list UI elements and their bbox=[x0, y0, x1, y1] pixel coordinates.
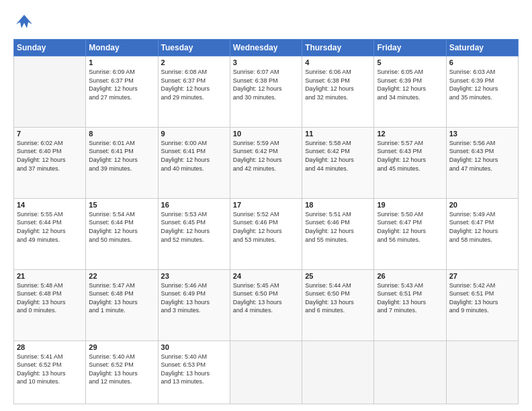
day-number: 24 bbox=[233, 272, 299, 280]
calendar-cell: 16Sunrise: 5:53 AM Sunset: 6:45 PM Dayli… bbox=[158, 198, 230, 269]
calendar-cell bbox=[302, 340, 374, 404]
page-header bbox=[13, 12, 519, 34]
calendar-cell: 22Sunrise: 5:47 AM Sunset: 6:48 PM Dayli… bbox=[86, 269, 158, 340]
calendar-cell: 29Sunrise: 5:40 AM Sunset: 6:52 PM Dayli… bbox=[86, 340, 158, 404]
day-info: Sunrise: 5:49 AM Sunset: 6:47 PM Dayligh… bbox=[449, 210, 515, 244]
day-info: Sunrise: 6:01 AM Sunset: 6:41 PM Dayligh… bbox=[89, 139, 154, 173]
weekday-header-wednesday: Wednesday bbox=[230, 40, 302, 56]
day-number: 18 bbox=[305, 201, 371, 209]
weekday-header-tuesday: Tuesday bbox=[158, 40, 230, 56]
day-number: 6 bbox=[449, 58, 515, 66]
day-info: Sunrise: 6:03 AM Sunset: 6:39 PM Dayligh… bbox=[449, 68, 515, 101]
day-info: Sunrise: 5:50 AM Sunset: 6:47 PM Dayligh… bbox=[377, 210, 443, 244]
calendar-cell: 17Sunrise: 5:52 AM Sunset: 6:46 PM Dayli… bbox=[230, 198, 302, 269]
day-number: 9 bbox=[161, 130, 227, 138]
weekday-header-monday: Monday bbox=[86, 40, 158, 56]
calendar-cell: 23Sunrise: 5:46 AM Sunset: 6:49 PM Dayli… bbox=[158, 269, 230, 340]
calendar-cell: 25Sunrise: 5:44 AM Sunset: 6:50 PM Dayli… bbox=[302, 269, 374, 340]
day-info: Sunrise: 6:05 AM Sunset: 6:39 PM Dayligh… bbox=[377, 68, 443, 101]
day-info: Sunrise: 5:43 AM Sunset: 6:51 PM Dayligh… bbox=[377, 281, 443, 315]
weekday-header-friday: Friday bbox=[374, 40, 446, 56]
day-info: Sunrise: 5:44 AM Sunset: 6:50 PM Dayligh… bbox=[305, 281, 371, 315]
day-number: 20 bbox=[449, 201, 515, 209]
calendar-cell: 1Sunrise: 6:09 AM Sunset: 6:37 PM Daylig… bbox=[86, 56, 158, 128]
logo-text bbox=[13, 12, 34, 34]
calendar-cell bbox=[446, 340, 518, 404]
day-number: 27 bbox=[449, 272, 515, 280]
calendar-cell: 11Sunrise: 5:58 AM Sunset: 6:42 PM Dayli… bbox=[302, 127, 374, 198]
day-info: Sunrise: 5:55 AM Sunset: 6:44 PM Dayligh… bbox=[17, 210, 83, 244]
day-number: 21 bbox=[17, 272, 83, 280]
day-number: 22 bbox=[89, 272, 154, 280]
day-number: 16 bbox=[161, 201, 227, 209]
calendar-cell: 12Sunrise: 5:57 AM Sunset: 6:43 PM Dayli… bbox=[374, 127, 446, 198]
day-info: Sunrise: 5:40 AM Sunset: 6:52 PM Dayligh… bbox=[89, 353, 154, 386]
calendar-cell: 13Sunrise: 5:56 AM Sunset: 6:43 PM Dayli… bbox=[446, 127, 518, 198]
day-info: Sunrise: 5:54 AM Sunset: 6:44 PM Dayligh… bbox=[89, 210, 154, 244]
day-info: Sunrise: 5:52 AM Sunset: 6:46 PM Dayligh… bbox=[233, 210, 299, 244]
day-number: 17 bbox=[233, 201, 299, 209]
day-info: Sunrise: 5:59 AM Sunset: 6:42 PM Dayligh… bbox=[233, 139, 299, 173]
calendar-table: SundayMondayTuesdayWednesdayThursdayFrid… bbox=[13, 39, 519, 404]
calendar-cell bbox=[230, 340, 302, 404]
day-number: 12 bbox=[377, 130, 443, 138]
day-info: Sunrise: 5:57 AM Sunset: 6:43 PM Dayligh… bbox=[377, 139, 443, 173]
calendar-cell: 30Sunrise: 5:40 AM Sunset: 6:53 PM Dayli… bbox=[158, 340, 230, 404]
calendar-cell: 15Sunrise: 5:54 AM Sunset: 6:44 PM Dayli… bbox=[86, 198, 158, 269]
day-number: 2 bbox=[161, 58, 227, 66]
day-number: 1 bbox=[89, 58, 154, 66]
day-number: 15 bbox=[89, 201, 154, 209]
calendar-cell: 3Sunrise: 6:07 AM Sunset: 6:38 PM Daylig… bbox=[230, 56, 302, 128]
calendar-cell: 7Sunrise: 6:02 AM Sunset: 6:40 PM Daylig… bbox=[14, 127, 86, 198]
day-number: 30 bbox=[161, 343, 227, 351]
calendar-cell: 28Sunrise: 5:41 AM Sunset: 6:52 PM Dayli… bbox=[14, 340, 86, 404]
logo bbox=[13, 12, 34, 34]
day-info: Sunrise: 5:56 AM Sunset: 6:43 PM Dayligh… bbox=[449, 139, 515, 173]
day-number: 23 bbox=[161, 272, 227, 280]
day-info: Sunrise: 6:09 AM Sunset: 6:37 PM Dayligh… bbox=[89, 68, 154, 101]
calendar-cell: 24Sunrise: 5:45 AM Sunset: 6:50 PM Dayli… bbox=[230, 269, 302, 340]
day-number: 25 bbox=[305, 272, 371, 280]
day-info: Sunrise: 6:08 AM Sunset: 6:37 PM Dayligh… bbox=[161, 68, 227, 101]
day-info: Sunrise: 5:48 AM Sunset: 6:48 PM Dayligh… bbox=[17, 281, 83, 315]
day-number: 26 bbox=[377, 272, 443, 280]
day-number: 4 bbox=[305, 58, 371, 66]
day-info: Sunrise: 5:45 AM Sunset: 6:50 PM Dayligh… bbox=[233, 281, 299, 315]
calendar-cell bbox=[374, 340, 446, 404]
logo-bird-icon bbox=[15, 12, 34, 31]
day-info: Sunrise: 5:47 AM Sunset: 6:48 PM Dayligh… bbox=[89, 281, 154, 315]
day-info: Sunrise: 5:40 AM Sunset: 6:53 PM Dayligh… bbox=[161, 353, 227, 386]
calendar-cell: 21Sunrise: 5:48 AM Sunset: 6:48 PM Dayli… bbox=[14, 269, 86, 340]
calendar-cell: 4Sunrise: 6:06 AM Sunset: 6:38 PM Daylig… bbox=[302, 56, 374, 128]
calendar-cell bbox=[14, 56, 86, 128]
svg-marker-0 bbox=[16, 15, 32, 28]
day-info: Sunrise: 6:02 AM Sunset: 6:40 PM Dayligh… bbox=[17, 139, 83, 173]
day-info: Sunrise: 5:46 AM Sunset: 6:49 PM Dayligh… bbox=[161, 281, 227, 315]
day-info: Sunrise: 6:07 AM Sunset: 6:38 PM Dayligh… bbox=[233, 68, 299, 101]
calendar-cell: 27Sunrise: 5:42 AM Sunset: 6:51 PM Dayli… bbox=[446, 269, 518, 340]
day-info: Sunrise: 5:41 AM Sunset: 6:52 PM Dayligh… bbox=[17, 353, 83, 386]
day-info: Sunrise: 5:53 AM Sunset: 6:45 PM Dayligh… bbox=[161, 210, 227, 244]
weekday-header-saturday: Saturday bbox=[446, 40, 518, 56]
calendar-cell: 18Sunrise: 5:51 AM Sunset: 6:46 PM Dayli… bbox=[302, 198, 374, 269]
weekday-header-sunday: Sunday bbox=[14, 40, 86, 56]
day-number: 13 bbox=[449, 130, 515, 138]
day-number: 3 bbox=[233, 58, 299, 66]
calendar-cell: 6Sunrise: 6:03 AM Sunset: 6:39 PM Daylig… bbox=[446, 56, 518, 128]
calendar-cell: 9Sunrise: 6:00 AM Sunset: 6:41 PM Daylig… bbox=[158, 127, 230, 198]
day-info: Sunrise: 6:00 AM Sunset: 6:41 PM Dayligh… bbox=[161, 139, 227, 173]
calendar-cell: 8Sunrise: 6:01 AM Sunset: 6:41 PM Daylig… bbox=[86, 127, 158, 198]
day-number: 14 bbox=[17, 201, 83, 209]
day-number: 5 bbox=[377, 58, 443, 66]
day-number: 11 bbox=[305, 130, 371, 138]
calendar-cell: 19Sunrise: 5:50 AM Sunset: 6:47 PM Dayli… bbox=[374, 198, 446, 269]
day-number: 7 bbox=[17, 130, 83, 138]
weekday-header-thursday: Thursday bbox=[302, 40, 374, 56]
day-number: 10 bbox=[233, 130, 299, 138]
day-number: 19 bbox=[377, 201, 443, 209]
calendar-cell: 5Sunrise: 6:05 AM Sunset: 6:39 PM Daylig… bbox=[374, 56, 446, 128]
day-number: 8 bbox=[89, 130, 154, 138]
calendar-cell: 26Sunrise: 5:43 AM Sunset: 6:51 PM Dayli… bbox=[374, 269, 446, 340]
calendar-cell: 20Sunrise: 5:49 AM Sunset: 6:47 PM Dayli… bbox=[446, 198, 518, 269]
day-info: Sunrise: 5:51 AM Sunset: 6:46 PM Dayligh… bbox=[305, 210, 371, 244]
